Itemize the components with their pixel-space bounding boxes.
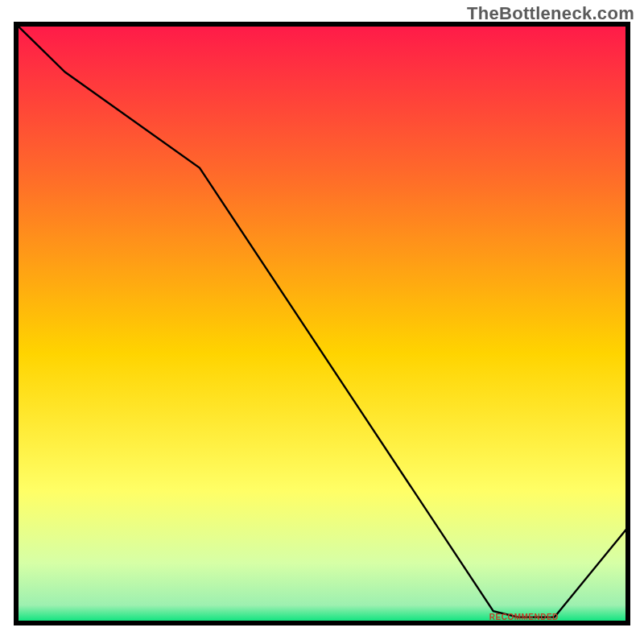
plot-background: [16, 24, 628, 623]
chart-container: TheBottleneck.com RECOMMENDED: [0, 0, 644, 644]
attribution-text: TheBottleneck.com: [467, 3, 634, 24]
recommended-label: RECOMMENDED: [489, 613, 559, 621]
bottleneck-chart: RECOMMENDED: [0, 0, 644, 644]
